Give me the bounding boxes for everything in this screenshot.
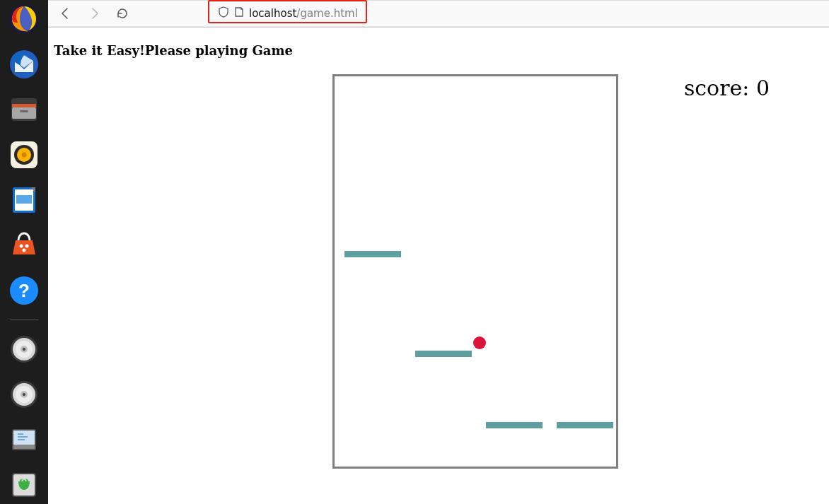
files-icon[interactable] [6, 92, 42, 127]
firefox-icon[interactable] [6, 1, 42, 37]
svg-point-10 [22, 153, 27, 158]
dock-divider [10, 320, 38, 320]
ubuntu-dock: ? [0, 0, 48, 504]
platform [344, 251, 401, 257]
svg-rect-33 [18, 439, 25, 440]
thunderbird-icon[interactable] [6, 47, 42, 82]
svg-rect-13 [16, 195, 32, 204]
game-board[interactable] [332, 74, 618, 469]
svg-rect-5 [12, 107, 36, 119]
trash-icon[interactable] [6, 467, 42, 503]
platform [486, 422, 543, 428]
forward-button[interactable] [88, 7, 100, 20]
svg-rect-4 [12, 104, 36, 107]
page-info-icon[interactable] [233, 6, 245, 20]
svg-rect-34 [13, 445, 35, 449]
browser-window: localhost/game.html Take it Easy!Please … [48, 0, 829, 504]
ubuntu-software-icon[interactable] [6, 228, 42, 263]
score-label: score: [684, 76, 756, 100]
address-bar[interactable]: localhost/game.html [218, 6, 358, 20]
svg-point-15 [25, 245, 29, 248]
platform [415, 351, 472, 357]
page-content: Take it Easy!Please playing Game score: … [48, 28, 829, 504]
help-icon[interactable]: ? [6, 273, 42, 308]
svg-point-14 [20, 245, 23, 248]
svg-rect-6 [20, 110, 28, 112]
disk-icon-2[interactable] [6, 377, 42, 412]
disk-icon[interactable] [6, 332, 42, 367]
screenshot-icon[interactable] [6, 422, 42, 457]
svg-point-23 [23, 348, 25, 351]
score-value: 0 [756, 76, 770, 100]
shield-icon [218, 6, 229, 20]
svg-text:?: ? [18, 280, 30, 301]
score-display: score: 0 [684, 76, 770, 100]
svg-point-28 [23, 393, 25, 396]
url-path: /game.html [296, 7, 358, 20]
browser-toolbar: localhost/game.html [48, 0, 829, 27]
rhythmbox-icon[interactable] [6, 137, 42, 172]
svg-rect-31 [18, 433, 23, 435]
svg-point-16 [23, 249, 26, 252]
url-host: localhost [249, 7, 296, 20]
reload-button[interactable] [116, 7, 129, 20]
back-button[interactable] [59, 7, 72, 20]
platform [557, 422, 613, 428]
page-heading: Take it Easy!Please playing Game [54, 43, 829, 58]
libreoffice-writer-icon[interactable] [6, 182, 42, 218]
url-text: localhost/game.html [249, 7, 358, 20]
ball [473, 336, 486, 349]
svg-rect-32 [18, 436, 28, 438]
